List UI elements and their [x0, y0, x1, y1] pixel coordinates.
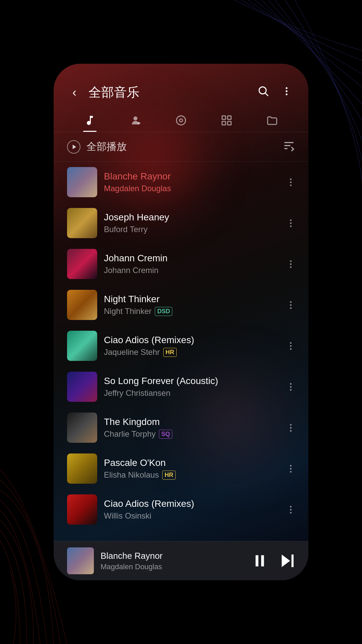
track-artist: Willis Osinski: [104, 511, 151, 521]
svg-rect-11: [228, 116, 231, 120]
track-more-button[interactable]: [287, 462, 295, 476]
track-artist: Magdalen Douglas: [104, 184, 171, 193]
track-info: The Kingdom Charlie Torphy SQ: [104, 417, 280, 439]
track-title: So Long Forever (Acoustic): [104, 376, 280, 386]
track-info: Ciao Adios (Remixes) Willis Osinski: [104, 498, 280, 521]
track-title: Ciao Adios (Remixes): [104, 335, 280, 345]
now-playing-bar[interactable]: Blanche Raynor Magdalen Douglas: [54, 541, 308, 580]
svg-rect-12: [222, 121, 226, 125]
track-more-button[interactable]: [287, 175, 295, 190]
track-meta: Jeffry Christiansen: [104, 388, 280, 398]
track-title: The Kingdom: [104, 417, 280, 427]
svg-line-1: [265, 93, 268, 96]
tab-songs[interactable]: [67, 111, 113, 132]
track-more-button[interactable]: [287, 380, 295, 394]
track-more-button[interactable]: [287, 216, 295, 230]
svg-point-0: [259, 87, 266, 94]
track-thumbnail: [67, 290, 97, 320]
track-item[interactable]: So Long Forever (Acoustic) Jeffry Christ…: [54, 366, 308, 407]
track-title: Johann Cremin: [104, 253, 280, 264]
track-info: Night Thinker Night Thinker DSD: [104, 294, 280, 316]
track-more-button[interactable]: [287, 339, 295, 353]
track-info: Joseph Heaney Buford Terry: [104, 212, 280, 234]
track-item[interactable]: Joseph Heaney Buford Terry: [54, 203, 308, 244]
quality-badge: HR: [163, 348, 177, 357]
track-artist: Night Thinker: [104, 307, 152, 316]
svg-point-5: [133, 116, 137, 120]
svg-rect-10: [222, 116, 226, 120]
track-artist: Johann Cremin: [104, 266, 159, 275]
page-title: 全部音乐: [88, 84, 248, 101]
track-info: Pascale O'Kon Elisha Nikolaus HR: [104, 458, 280, 480]
track-thumbnail: [67, 372, 97, 402]
track-artist: Charlie Torphy: [104, 429, 156, 439]
track-thumbnail: [67, 249, 97, 279]
next-button[interactable]: [278, 552, 295, 569]
now-playing-info: Blanche Raynor Magdalen Douglas: [101, 551, 245, 571]
track-title: Ciao Adios (Remixes): [104, 498, 280, 509]
phone-content: ‹ 全部音乐: [54, 64, 308, 580]
svg-point-2: [286, 87, 287, 89]
svg-point-9: [180, 119, 183, 122]
tab-albums[interactable]: [158, 111, 204, 132]
search-icon[interactable]: [255, 85, 272, 100]
playback-controls: [251, 552, 295, 569]
track-info: Blanche Raynor Magdalen Douglas: [104, 171, 280, 193]
quality-badge: DSD: [155, 307, 172, 316]
track-meta: Magdalen Douglas: [104, 184, 280, 193]
svg-rect-13: [228, 121, 231, 125]
quality-badge: HR: [162, 471, 176, 480]
track-thumbnail: [67, 167, 97, 197]
play-all-label: 全部播放: [86, 140, 277, 154]
track-artist: Jaqueline Stehr: [104, 347, 160, 357]
track-more-button[interactable]: [287, 298, 295, 312]
track-more-button[interactable]: [287, 421, 295, 435]
track-item[interactable]: Night Thinker Night Thinker DSD: [54, 284, 308, 325]
track-thumbnail: [67, 413, 97, 443]
track-meta: Elisha Nikolaus HR: [104, 470, 280, 480]
track-item[interactable]: Ciao Adios (Remixes) Willis Osinski: [54, 489, 308, 530]
now-playing-artist: Magdalen Douglas: [101, 562, 245, 571]
svg-point-8: [177, 116, 186, 125]
track-item[interactable]: Pascale O'Kon Elisha Nikolaus HR: [54, 448, 308, 489]
tab-playlists[interactable]: [204, 111, 249, 132]
svg-rect-18: [256, 555, 258, 566]
track-thumbnail: [67, 208, 97, 238]
phone-shell: ‹ 全部音乐: [54, 64, 308, 580]
svg-marker-14: [72, 145, 76, 149]
track-item[interactable]: Johann Cremin Johann Cremin: [54, 244, 308, 284]
svg-rect-19: [261, 555, 264, 566]
play-all-button[interactable]: [67, 140, 80, 154]
track-meta: Charlie Torphy SQ: [104, 429, 280, 439]
track-artist: Buford Terry: [104, 225, 147, 234]
track-info: So Long Forever (Acoustic) Jeffry Christ…: [104, 376, 280, 398]
track-meta: Willis Osinski: [104, 511, 280, 521]
track-item[interactable]: Blanche Raynor Magdalen Douglas: [54, 162, 308, 203]
back-button[interactable]: ‹: [67, 86, 82, 100]
track-title: Pascale O'Kon: [104, 458, 280, 468]
track-title: Blanche Raynor: [104, 171, 280, 182]
track-thumbnail: [67, 494, 97, 525]
track-item[interactable]: The Kingdom Charlie Torphy SQ: [54, 407, 308, 448]
svg-rect-21: [292, 554, 294, 567]
play-all-bar: 全部播放: [54, 132, 308, 162]
pause-button[interactable]: [251, 552, 268, 569]
track-meta: Jaqueline Stehr HR: [104, 347, 280, 357]
more-menu-icon[interactable]: [278, 86, 295, 100]
tab-bar: [54, 108, 308, 132]
track-artist: Jeffry Christiansen: [104, 388, 170, 398]
header: ‹ 全部音乐: [54, 64, 308, 108]
track-item[interactable]: Ciao Adios (Remixes) Jaqueline Stehr HR: [54, 325, 308, 366]
track-info: Johann Cremin Johann Cremin: [104, 253, 280, 275]
track-list: Blanche Raynor Magdalen Douglas Joseph H…: [54, 162, 308, 541]
sort-button[interactable]: [283, 140, 295, 154]
track-more-button[interactable]: [287, 502, 295, 517]
svg-marker-20: [282, 554, 290, 567]
tab-folders[interactable]: [249, 111, 295, 132]
track-meta: Johann Cremin: [104, 266, 280, 275]
track-title: Night Thinker: [104, 294, 280, 305]
tab-artists[interactable]: [113, 111, 158, 132]
track-thumbnail: [67, 453, 97, 484]
track-more-button[interactable]: [287, 257, 295, 271]
track-thumbnail: [67, 331, 97, 361]
